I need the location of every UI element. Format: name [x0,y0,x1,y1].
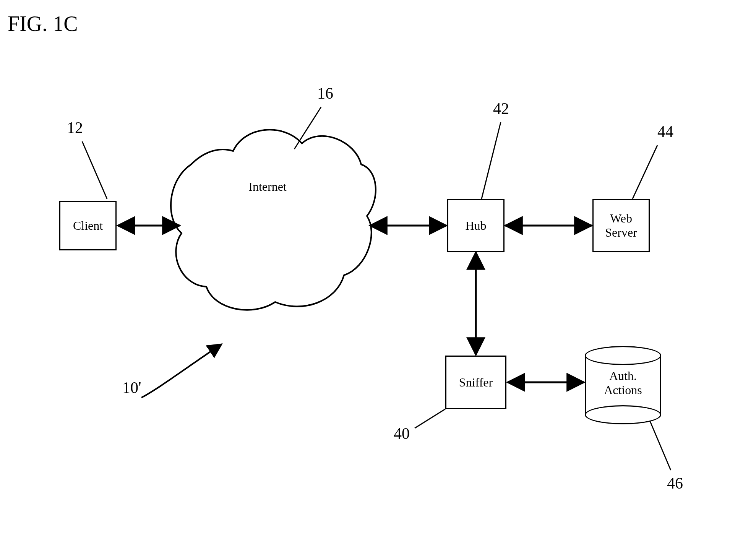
client-label: Client [73,219,103,233]
leader-16 [294,107,321,149]
figure-title: FIG. 1C [8,11,78,36]
internet-label: Internet [237,180,298,194]
leader-44 [633,145,657,199]
auth-label-line2: Actions [604,383,642,397]
connectors-overlay [0,0,756,557]
leader-42 [482,122,501,199]
hub-label: Hub [465,219,486,233]
webserver-label: Web Server [605,211,637,240]
ref-42: 42 [493,99,509,118]
ref-16: 16 [317,84,333,102]
auth-label-line1: Auth. [609,369,637,383]
leader-46 [650,421,671,470]
client-node: Client [59,201,117,250]
leader-40 [415,409,445,428]
hub-node: Hub [447,199,505,252]
ref-40: 40 [394,424,410,443]
ref-46: 46 [667,474,683,492]
ref-12: 12 [67,119,83,137]
leader-12 [82,141,107,199]
diagram-canvas: FIG. 1C [0,0,756,557]
auth-actions-node: Auth. Actions [585,346,661,422]
sniffer-label: Sniffer [459,375,493,390]
internet-cloud [171,130,376,310]
webserver-node: Web Server [592,199,650,252]
sniffer-node: Sniffer [445,356,506,409]
ref-44: 44 [657,122,673,141]
ref-10prime: 10' [122,378,141,397]
leader-10prime [141,344,222,398]
